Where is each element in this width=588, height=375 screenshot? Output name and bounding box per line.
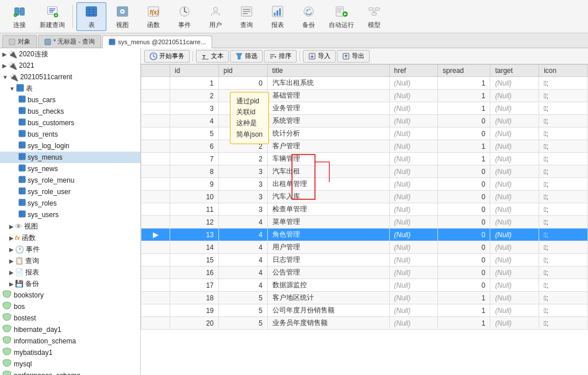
cell-id: 10 xyxy=(170,191,219,203)
table-row[interactable]: 83汽车出租(Null)0(Null); xyxy=(141,165,588,178)
cell-target: (Null) xyxy=(490,102,539,115)
events-group-label: 事件 xyxy=(26,245,40,254)
toolbar-sep-1 xyxy=(72,5,73,28)
perf-schema-label: performance_schema xyxy=(14,372,80,375)
col-pid[interactable]: pid xyxy=(218,65,267,77)
table-row[interactable]: 51统计分析(Null)0(Null); xyxy=(141,127,588,140)
sidebar-item-perf-schema[interactable]: performance_schema xyxy=(0,370,140,375)
cell-spread: 1 xyxy=(438,317,490,330)
tab-object[interactable]: 对象 xyxy=(2,35,37,48)
sidebar-item-sys-roles[interactable]: sys_roles xyxy=(0,198,140,209)
db-icon-mybatisday1 xyxy=(2,347,11,358)
col-icon[interactable]: icon xyxy=(539,65,588,77)
sidebar-item-sys-news[interactable]: sys_news xyxy=(0,163,140,175)
row-indicator xyxy=(141,178,170,191)
sidebar-item-conn2020[interactable]: ▶ 🔌 2020连接 xyxy=(0,48,140,60)
new-query-button[interactable]: 新建查询 xyxy=(36,2,69,31)
sidebar-item-events-group[interactable]: ▶ 🕐 事件 xyxy=(0,243,140,255)
table-row[interactable]: 113检查单管理(Null)0(Null); xyxy=(141,203,588,216)
sidebar-item-sys-role-menu[interactable]: sys_role_menu xyxy=(0,175,140,186)
sidebar-item-views-group[interactable]: ▶ 👁 视图 xyxy=(0,221,140,232)
sort-button[interactable]: 排序 xyxy=(264,50,297,63)
tab-sys-menus[interactable]: sys_menus @20210511carre... xyxy=(102,36,212,48)
cell-target: (Null) xyxy=(490,115,539,127)
table-row[interactable]: 185客户地区统计(Null)1(Null); xyxy=(141,292,588,304)
table-row[interactable]: 103汽车入库(Null)0(Null); xyxy=(141,191,588,203)
table-icon-sys-roles xyxy=(18,199,26,208)
cell-target: (Null) xyxy=(490,203,539,216)
sidebar-item-hibernate[interactable]: hibernate_day1 xyxy=(0,324,140,335)
sidebar-item-conn2021[interactable]: ▶ 🔌 2021 xyxy=(0,60,140,71)
sidebar-item-sys-role-user[interactable]: sys_role_user xyxy=(0,186,140,198)
data-table-container[interactable]: id pid title href spread target icon 10汽… xyxy=(141,64,588,375)
table-row[interactable]: 164公告管理(Null)0(Null); xyxy=(141,266,588,279)
col-title[interactable]: title xyxy=(267,65,389,77)
view-button[interactable]: 视图 xyxy=(107,2,137,31)
col-target[interactable]: target xyxy=(490,65,539,77)
user-button[interactable]: 用户 xyxy=(201,2,230,31)
filter-button[interactable]: 筛选 xyxy=(230,50,263,63)
event-button[interactable]: 事件 xyxy=(170,2,199,31)
table-row[interactable]: 154日志管理(Null)0(Null); xyxy=(141,254,588,266)
function-button[interactable]: f(x) 函数 xyxy=(139,2,168,31)
table-row[interactable]: ▶134角色管理(Null)0(Null); xyxy=(141,229,588,241)
sidebar-item-bus-checks[interactable]: bus_checks xyxy=(0,106,140,117)
sidebar-item-functions-group[interactable]: ▶ fx 函数 xyxy=(0,232,140,243)
cell-pid: 5 xyxy=(218,292,267,304)
table-row[interactable]: 144用户管理(Null)0(Null); xyxy=(141,241,588,254)
table-header-row: id pid title href spread target icon xyxy=(141,65,588,77)
svg-marker-121 xyxy=(310,56,314,58)
table-row[interactable]: 195公司年度月份销售额(Null)1(Null); xyxy=(141,304,588,317)
sidebar-item-backups-group[interactable]: ▶ 💾 备份 xyxy=(0,278,140,289)
sidebar-item-bus-rents[interactable]: bus_rents xyxy=(0,129,140,140)
table-row[interactable]: 41系统管理(Null)0(Null); xyxy=(141,115,588,127)
db-icon-conn2020: 🔌 xyxy=(8,50,17,59)
main-toolbar: + 连接 新建查询 xyxy=(0,0,588,33)
col-spread[interactable]: spread xyxy=(438,65,490,77)
svg-rect-73 xyxy=(19,142,25,148)
cell-href: (Null) xyxy=(389,229,438,241)
begin-transaction-button[interactable]: 开始事务 xyxy=(144,50,190,63)
connect-button[interactable]: + 连接 xyxy=(5,2,34,31)
table-row[interactable]: 205业务员年度销售额(Null)1(Null); xyxy=(141,317,588,330)
col-href[interactable]: href xyxy=(389,65,438,77)
sidebar-item-bostest[interactable]: bostest xyxy=(0,312,140,324)
sidebar-item-mysql[interactable]: mysql xyxy=(0,358,140,370)
table-row[interactable]: 10汽车出租系统(Null)1(Null); xyxy=(141,77,588,90)
autorun-button[interactable]: 自动运行 xyxy=(325,2,358,31)
sidebar-item-queries-group[interactable]: ▶ 📋 查询 xyxy=(0,255,140,266)
table-row[interactable]: 62客户管理(Null)1(Null); xyxy=(141,140,588,153)
table-row[interactable]: 31业务管理(Null)1(Null); xyxy=(141,102,588,115)
table-row[interactable]: 124菜单管理(Null)0(Null); xyxy=(141,216,588,229)
table-row[interactable]: 174数据源监控(Null)0(Null); xyxy=(141,279,588,292)
export-button[interactable]: 导出 xyxy=(337,50,370,63)
sidebar-item-sys-menus[interactable]: sys_menus xyxy=(0,152,140,163)
sidebar-item-bus-customers[interactable]: bus_customers xyxy=(0,117,140,129)
table-row[interactable]: 72车辆管理(Null)1(Null); xyxy=(141,153,588,165)
tab-untitled[interactable]: * 无标题 - 查询 xyxy=(38,35,101,48)
sidebar-item-tables-group[interactable]: ▼ 表 xyxy=(0,83,140,94)
text-button[interactable]: T 文本 xyxy=(196,50,229,63)
report-button[interactable]: 报表 xyxy=(263,2,293,31)
sidebar-item-conn-main[interactable]: ▼ 🔌 20210511carrent xyxy=(0,71,140,83)
sidebar-item-mybatisday1[interactable]: mybatisday1 xyxy=(0,347,140,358)
backup-button[interactable]: 备份 xyxy=(294,2,324,31)
sidebar-item-bookstory[interactable]: bookstory xyxy=(0,289,140,301)
sidebar-item-info-schema[interactable]: information_schema xyxy=(0,335,140,347)
sidebar-item-bus-cars[interactable]: bus_cars xyxy=(0,94,140,106)
sidebar-item-reports-group[interactable]: ▶ 📄 报表 xyxy=(0,266,140,278)
import-button[interactable]: 导入 xyxy=(303,50,336,63)
sidebar-item-bos[interactable]: bos xyxy=(0,301,140,312)
cell-href: (Null) xyxy=(389,153,438,165)
table-button[interactable]: 表 xyxy=(76,2,106,31)
model-button[interactable]: 模型 xyxy=(359,2,389,31)
col-id[interactable]: id xyxy=(170,65,219,77)
table-row[interactable]: 21基础管理(Null)1(Null); xyxy=(141,90,588,102)
cell-pid: 2 xyxy=(218,153,267,165)
table-row[interactable]: 93出租单管理(Null)0(Null); xyxy=(141,178,588,191)
query-button[interactable]: 查询 xyxy=(232,2,262,31)
sidebar-item-sys-users[interactable]: sys_users xyxy=(0,209,140,221)
bus-checks-label: bus_checks xyxy=(28,107,64,115)
cell-spread: 1 xyxy=(438,90,490,102)
sidebar-item-sys-log-login[interactable]: sys_log_login xyxy=(0,140,140,152)
